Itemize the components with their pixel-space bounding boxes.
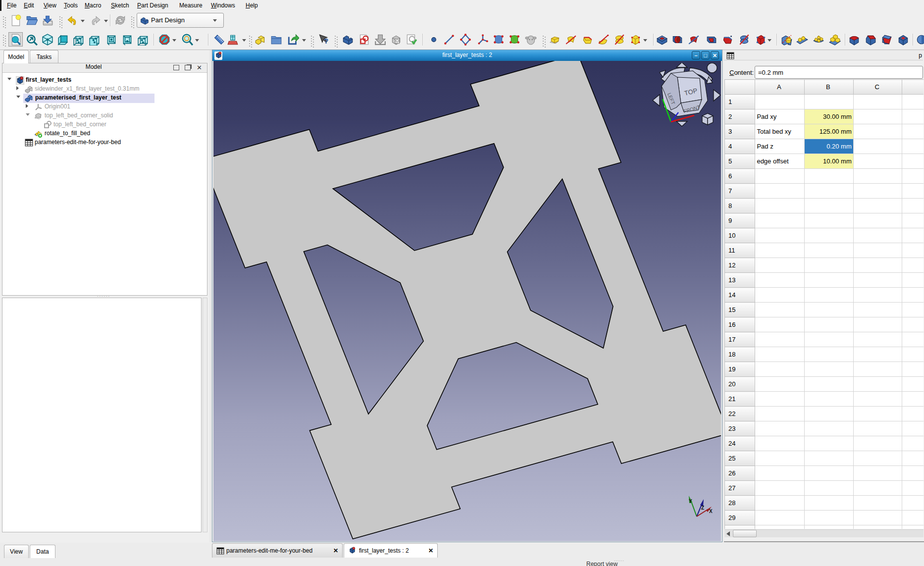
svg-text:X: X: [709, 509, 713, 514]
svg-text:?: ?: [324, 37, 328, 45]
svg-text:Z: Z: [701, 505, 704, 511]
svg-text:Y: Y: [689, 499, 692, 504]
